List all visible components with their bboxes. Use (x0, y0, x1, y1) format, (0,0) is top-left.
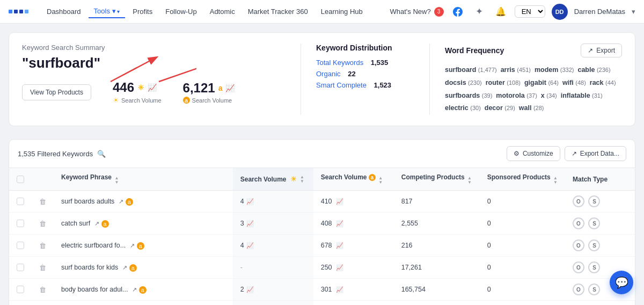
sunshine-icon: ☀ (137, 83, 144, 92)
sv-amazon-trend: 📈 (336, 286, 343, 293)
sponsored-value: 0 (487, 242, 491, 249)
sv-amazon-trend: 📈 (336, 264, 343, 271)
word-freq-export-button[interactable]: ↗ Export (581, 43, 622, 57)
facebook-icon[interactable] (450, 4, 465, 19)
row-delete-cell: 🗑 (32, 279, 54, 301)
row-sv-amazon-cell: 410 📈 (313, 191, 394, 213)
view-top-products-button[interactable]: View Top Products (22, 84, 91, 100)
export-data-button[interactable]: ↗ Export Data... (565, 146, 626, 161)
delete-row-icon[interactable]: 🗑 (39, 220, 46, 228)
whats-new-button[interactable]: What's New? 3 (390, 7, 443, 17)
external-link-icon[interactable]: ↗ (132, 286, 137, 294)
amazon-keyword-icon[interactable]: a (129, 264, 137, 272)
keyword-distribution-panel: Keyword Distribution Total Keywords 1,53… (301, 43, 430, 115)
row-sponsored-cell: 0 (480, 235, 565, 257)
row-checkbox[interactable] (17, 242, 24, 249)
external-link-icon[interactable]: ↗ (119, 198, 123, 206)
amazon-keyword-icon[interactable]: a (126, 198, 133, 206)
nav-item-learning[interactable]: Learning Hub (316, 5, 368, 18)
row-checkbox[interactable] (17, 220, 24, 227)
search-icon[interactable]: 🔍 (97, 150, 106, 158)
sunshine-metric: 446 ☀ 📈 ☀ Search Volume (113, 80, 162, 104)
export-data-icon: ↗ (572, 150, 577, 157)
summary-left-panel: Keyword Search Summary "surfboard" View … (22, 43, 301, 115)
sv-amazon-sort-icon[interactable]: ▲▼ (378, 176, 383, 185)
match-type-o[interactable]: O (573, 217, 584, 229)
delete-row-icon[interactable]: 🗑 (39, 198, 46, 206)
match-type-o[interactable]: O (573, 195, 584, 207)
th-delete (32, 168, 54, 191)
table-row: 🗑 wavestorm surfboard ↗ a 4📈 447 📈 280 0… (9, 301, 635, 306)
select-all-checkbox[interactable] (17, 176, 24, 183)
user-name[interactable]: Darren DeMatas (574, 8, 625, 16)
match-type-s[interactable]: S (588, 195, 600, 207)
th-sponsored: Sponsored Products ▲▼ (480, 168, 565, 191)
nav-item-followup[interactable]: Follow-Up (160, 5, 202, 18)
nav-item-adtomic[interactable]: Adtomic (204, 5, 240, 18)
external-link-icon[interactable]: ↗ (130, 242, 135, 250)
competing-sort-icon[interactable]: ▲▼ (467, 176, 472, 185)
th-keyword: Keyword Phrase ▲▼ (54, 168, 233, 191)
summary-metrics: View Top Products 446 ☀ 📈 ☀ Search Volum… (22, 80, 283, 104)
app-logo[interactable] (9, 10, 28, 13)
nav-item-dashboard[interactable]: Dashboard (41, 5, 86, 18)
amazon-keyword-icon[interactable]: a (137, 242, 144, 250)
match-type-s[interactable]: S (588, 239, 600, 251)
nav-right: What's New? 3 ✦ 🔔 EN DD Darren DeMatas ▾ (390, 4, 635, 20)
language-select[interactable]: EN (515, 5, 545, 18)
row-sponsored-cell: 0 (480, 279, 565, 301)
row-competing-cell: 2,555 (394, 213, 480, 235)
row-sv-amazon-cell: 447 📈 (313, 301, 394, 306)
external-link-icon[interactable]: ↗ (122, 264, 127, 272)
sv-amazon-trend: 📈 (336, 220, 343, 227)
match-type-s[interactable]: S (588, 262, 600, 273)
row-checkbox[interactable] (17, 264, 24, 271)
keyword-icons: ↗ a (130, 242, 144, 250)
sunshine-value: 446 ☀ 📈 (113, 80, 162, 95)
export-icon: ↗ (588, 47, 593, 54)
sun-icon: ☀ (113, 96, 119, 104)
chat-bubble-button[interactable]: 💬 (610, 271, 633, 294)
keyword-icons: ↗ a (132, 286, 147, 294)
dist-row-total: Total Keywords 1,535 (316, 59, 414, 67)
sponsored-value: 0 (487, 264, 491, 271)
match-type-s[interactable]: S (588, 284, 600, 295)
match-type-s[interactable]: S (588, 217, 600, 229)
keyword-sort-icon[interactable]: ▲▼ (114, 176, 119, 185)
row-sv-sunshine-cell: 4📈 (233, 301, 313, 306)
sponsored-sort-icon[interactable]: ▲▼ (553, 176, 558, 185)
th-checkbox (9, 168, 32, 191)
nav-item-profits[interactable]: Profits (127, 5, 158, 18)
match-type-o[interactable]: O (573, 262, 584, 273)
row-sv-sunshine-cell: 4📈 (233, 235, 313, 257)
match-type-o[interactable]: O (573, 284, 584, 295)
notification-icon[interactable]: ✦ (472, 4, 487, 19)
row-keyword-cell: electric surfboard fo... ↗ a (54, 235, 233, 257)
row-checkbox-cell (9, 301, 32, 306)
delete-row-icon[interactable]: 🗑 (39, 264, 46, 272)
match-type-o[interactable]: O (573, 239, 584, 251)
table-row: 🗑 electric surfboard fo... ↗ a 4📈 678 📈 … (9, 235, 635, 257)
customize-button[interactable]: ⚙ Customize (507, 146, 560, 161)
nav-item-tools[interactable]: Tools ▾ (89, 5, 126, 18)
amazon-keyword-icon[interactable]: a (139, 286, 147, 294)
sv-amazon-value: 678 (321, 242, 332, 249)
delete-row-icon[interactable]: 🗑 (39, 286, 46, 294)
bell-icon[interactable]: 🔔 (493, 4, 508, 19)
row-checkbox[interactable] (17, 198, 24, 205)
th-competing: Competing Products ▲▼ (394, 168, 480, 191)
row-checkbox-cell (9, 213, 32, 235)
row-sv-amazon-cell: 408 📈 (313, 213, 394, 235)
sv-sunshine-sort-icon[interactable]: ▲▼ (300, 175, 304, 184)
sunshine-trend-icon: 📈 (148, 83, 157, 92)
external-link-icon[interactable]: ↗ (94, 220, 99, 228)
amazon-keyword-icon[interactable]: a (101, 220, 109, 228)
th-sv-amazon: Search Volume a ▲▼ (313, 168, 394, 191)
main-content: Keyword Search Summary "surfboard" View … (0, 24, 644, 305)
row-checkbox[interactable] (17, 286, 24, 293)
user-chevron-icon[interactable]: ▾ (632, 8, 635, 16)
nav-item-market[interactable]: Market Tracker 360 (243, 5, 313, 18)
th-match: Match Type (565, 168, 635, 191)
amazon-trend-icon: 📈 (225, 84, 235, 92)
delete-row-icon[interactable]: 🗑 (39, 242, 46, 250)
